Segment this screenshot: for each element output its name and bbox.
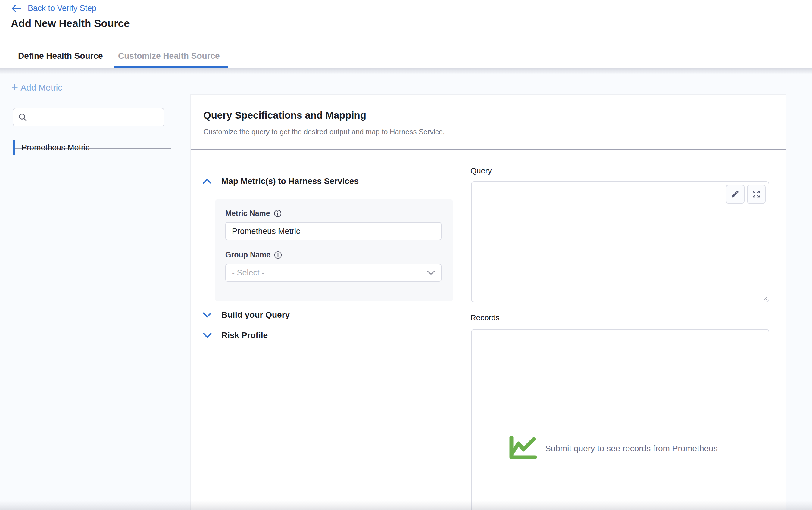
- tab-customize-health-source[interactable]: Customize Health Source: [118, 43, 220, 68]
- pencil-icon: [731, 190, 740, 199]
- health-source-tabbar: Define Health Source Customize Health So…: [0, 43, 812, 68]
- chevron-down-icon: [203, 311, 212, 318]
- metric-name-label: Metric Name: [225, 209, 270, 218]
- records-empty-state: Submit query to see records from Prometh…: [507, 436, 718, 461]
- records-empty-message: Submit query to see records from Prometh…: [545, 444, 718, 453]
- info-icon[interactable]: [274, 251, 282, 259]
- info-icon[interactable]: [274, 210, 282, 217]
- panel-subtitle: Customize the query to get the desired o…: [203, 128, 445, 136]
- selected-item-indicator: [13, 140, 15, 155]
- group-name-placeholder: - Select -: [232, 268, 264, 277]
- panel-header-divider: [191, 149, 786, 150]
- group-name-label-row: Group Name: [225, 250, 282, 259]
- content-area: + Add Metric Prometheus Metric Query Spe…: [0, 68, 812, 510]
- records-box: Submit query to see records from Prometh…: [471, 329, 769, 510]
- page-header: Back to Verify Step Add New Health Sourc…: [0, 0, 812, 43]
- tab-define-health-source[interactable]: Define Health Source: [18, 43, 103, 68]
- query-textarea[interactable]: [472, 182, 768, 302]
- resize-handle[interactable]: [762, 295, 768, 301]
- back-link-label: Back to Verify Step: [28, 4, 96, 13]
- section-build-query-title: Build your Query: [221, 310, 290, 320]
- query-specifications-panel: Query Specifications and Mapping Customi…: [190, 94, 786, 510]
- section-map-metrics-header[interactable]: Map Metric(s) to Harness Services: [203, 176, 359, 186]
- group-name-label: Group Name: [225, 250, 270, 259]
- chevron-down-icon: [427, 270, 435, 275]
- section-risk-profile-title: Risk Profile: [221, 331, 268, 340]
- metric-name-input[interactable]: [225, 222, 441, 240]
- records-label: Records: [470, 313, 500, 323]
- map-metrics-form-card: Metric Name Group Name: [215, 199, 453, 301]
- section-risk-profile-header[interactable]: Risk Profile: [203, 331, 268, 340]
- chevron-down-icon: [203, 332, 212, 339]
- metric-search-box: [13, 108, 165, 126]
- query-label: Query: [470, 166, 492, 176]
- plus-icon: +: [11, 81, 18, 93]
- chevron-up-icon: [203, 178, 212, 185]
- expand-query-button[interactable]: [747, 185, 765, 204]
- section-build-query-header[interactable]: Build your Query: [203, 310, 290, 320]
- metric-list-item-prometheus[interactable]: Prometheus Metric: [13, 140, 90, 155]
- query-editor-box: [471, 181, 769, 302]
- metric-item-label: Prometheus Metric: [21, 143, 90, 152]
- add-metric-label: Add Metric: [21, 83, 62, 93]
- group-name-select[interactable]: - Select -: [225, 264, 441, 282]
- edit-query-button[interactable]: [726, 185, 745, 204]
- metric-search-input[interactable]: [31, 112, 159, 122]
- panel-title: Query Specifications and Mapping: [203, 110, 366, 121]
- page-title: Add New Health Source: [11, 18, 130, 30]
- add-health-source-page: Back to Verify Step Add New Health Sourc…: [0, 0, 812, 510]
- add-metric-button[interactable]: + Add Metric: [11, 83, 62, 93]
- section-map-metrics-title: Map Metric(s) to Harness Services: [221, 176, 359, 186]
- search-icon: [18, 113, 27, 122]
- metric-name-label-row: Metric Name: [225, 209, 282, 218]
- expand-icon: [752, 190, 761, 199]
- line-chart-icon: [507, 436, 539, 461]
- back-to-verify-step-link[interactable]: Back to Verify Step: [11, 4, 96, 13]
- back-arrow-icon: [11, 4, 22, 13]
